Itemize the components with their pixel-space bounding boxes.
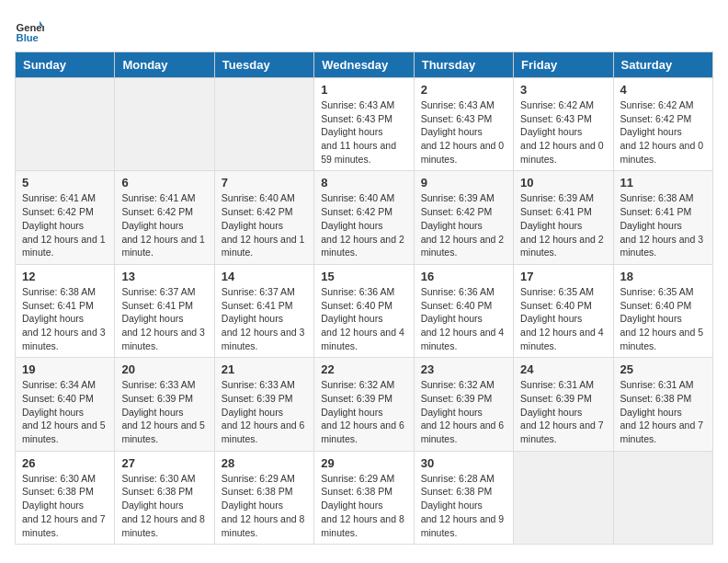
day-number: 9: [421, 176, 506, 190]
day-detail: Sunrise: 6:36 AMSunset: 6:40 PMDaylight …: [421, 285, 506, 352]
calendar-body: 1Sunrise: 6:43 AMSunset: 6:43 PMDaylight…: [16, 78, 713, 545]
calendar-day-cell: 19Sunrise: 6:34 AMSunset: 6:40 PMDayligh…: [16, 358, 115, 451]
day-number: 26: [22, 456, 108, 470]
day-detail: Sunrise: 6:28 AMSunset: 6:38 PMDaylight …: [421, 472, 506, 539]
day-detail: Sunrise: 6:43 AMSunset: 6:43 PMDaylight …: [321, 98, 406, 166]
calendar-header-cell: Thursday: [414, 52, 513, 78]
day-detail: Sunrise: 6:30 AMSunset: 6:38 PMDaylight …: [22, 472, 108, 539]
calendar-empty-cell: [115, 78, 214, 171]
day-detail: Sunrise: 6:41 AMSunset: 6:42 PMDaylight …: [22, 191, 108, 259]
day-detail: Sunrise: 6:32 AMSunset: 6:39 PMDaylight …: [421, 378, 506, 445]
day-number: 11: [620, 176, 706, 190]
calendar-day-cell: 9Sunrise: 6:39 AMSunset: 6:42 PMDaylight…: [414, 171, 513, 264]
day-detail: Sunrise: 6:39 AMSunset: 6:42 PMDaylight …: [421, 191, 506, 259]
calendar-day-cell: 16Sunrise: 6:36 AMSunset: 6:40 PMDayligh…: [414, 264, 513, 357]
calendar-day-cell: 10Sunrise: 6:39 AMSunset: 6:41 PMDayligh…: [514, 171, 613, 264]
calendar-day-cell: 25Sunrise: 6:31 AMSunset: 6:38 PMDayligh…: [613, 358, 712, 451]
calendar-table: SundayMondayTuesdayWednesdayThursdayFrid…: [15, 52, 713, 545]
day-number: 13: [121, 270, 207, 283]
day-number: 15: [321, 270, 406, 283]
calendar-day-cell: 15Sunrise: 6:36 AMSunset: 6:40 PMDayligh…: [314, 264, 414, 357]
day-detail: Sunrise: 6:37 AMSunset: 6:41 PMDaylight …: [121, 285, 207, 352]
calendar-header-cell: Sunday: [16, 52, 115, 78]
day-number: 6: [121, 176, 207, 190]
day-number: 4: [620, 83, 706, 97]
day-detail: Sunrise: 6:33 AMSunset: 6:39 PMDaylight …: [222, 378, 307, 445]
day-detail: Sunrise: 6:37 AMSunset: 6:41 PMDaylight …: [222, 285, 307, 352]
day-detail: Sunrise: 6:30 AMSunset: 6:38 PMDaylight …: [121, 472, 207, 539]
day-detail: Sunrise: 6:29 AMSunset: 6:38 PMDaylight …: [321, 472, 406, 539]
day-detail: Sunrise: 6:31 AMSunset: 6:39 PMDaylight …: [520, 378, 606, 445]
day-number: 19: [22, 362, 108, 376]
day-number: 10: [520, 176, 606, 190]
day-number: 14: [222, 270, 307, 283]
calendar-day-cell: 11Sunrise: 6:38 AMSunset: 6:41 PMDayligh…: [613, 171, 712, 264]
day-detail: Sunrise: 6:39 AMSunset: 6:41 PMDaylight …: [520, 191, 606, 259]
day-detail: Sunrise: 6:31 AMSunset: 6:38 PMDaylight …: [620, 378, 706, 445]
day-number: 16: [421, 270, 506, 283]
calendar-day-cell: 3Sunrise: 6:42 AMSunset: 6:43 PMDaylight…: [514, 78, 613, 171]
day-number: 25: [620, 362, 706, 376]
day-detail: Sunrise: 6:34 AMSunset: 6:40 PMDaylight …: [22, 378, 108, 445]
calendar-header-cell: Friday: [514, 52, 613, 78]
calendar-day-cell: 23Sunrise: 6:32 AMSunset: 6:39 PMDayligh…: [414, 358, 513, 451]
calendar-empty-cell: [16, 78, 115, 171]
day-detail: Sunrise: 6:40 AMSunset: 6:42 PMDaylight …: [321, 191, 406, 259]
calendar-day-cell: 12Sunrise: 6:38 AMSunset: 6:41 PMDayligh…: [16, 264, 115, 357]
calendar-empty-cell: [613, 451, 712, 544]
calendar-day-cell: 2Sunrise: 6:43 AMSunset: 6:43 PMDaylight…: [414, 78, 513, 171]
day-number: 30: [421, 456, 506, 470]
day-detail: Sunrise: 6:32 AMSunset: 6:39 PMDaylight …: [321, 378, 406, 445]
calendar-day-cell: 7Sunrise: 6:40 AMSunset: 6:42 PMDaylight…: [214, 171, 313, 264]
calendar-day-cell: 1Sunrise: 6:43 AMSunset: 6:43 PMDaylight…: [314, 78, 414, 171]
day-number: 29: [321, 456, 406, 470]
day-number: 20: [121, 362, 207, 376]
calendar-week-row: 19Sunrise: 6:34 AMSunset: 6:40 PMDayligh…: [16, 358, 713, 451]
calendar-day-cell: 4Sunrise: 6:42 AMSunset: 6:42 PMDaylight…: [613, 78, 712, 171]
calendar-week-row: 1Sunrise: 6:43 AMSunset: 6:43 PMDaylight…: [16, 78, 713, 171]
calendar-day-cell: 17Sunrise: 6:35 AMSunset: 6:40 PMDayligh…: [514, 264, 613, 357]
day-number: 5: [22, 176, 108, 190]
day-detail: Sunrise: 6:38 AMSunset: 6:41 PMDaylight …: [22, 285, 108, 352]
logo: General Blue: [15, 15, 44, 44]
day-detail: Sunrise: 6:35 AMSunset: 6:40 PMDaylight …: [620, 285, 706, 352]
calendar-header-cell: Monday: [115, 52, 214, 78]
calendar-day-cell: 26Sunrise: 6:30 AMSunset: 6:38 PMDayligh…: [16, 451, 115, 544]
svg-text:Blue: Blue: [17, 32, 39, 43]
calendar-day-cell: 13Sunrise: 6:37 AMSunset: 6:41 PMDayligh…: [115, 264, 214, 357]
calendar-day-cell: 5Sunrise: 6:41 AMSunset: 6:42 PMDaylight…: [16, 171, 115, 264]
day-number: 18: [620, 270, 706, 283]
calendar-day-cell: 28Sunrise: 6:29 AMSunset: 6:38 PMDayligh…: [214, 451, 313, 544]
day-detail: Sunrise: 6:35 AMSunset: 6:40 PMDaylight …: [520, 285, 606, 352]
calendar-day-cell: 21Sunrise: 6:33 AMSunset: 6:39 PMDayligh…: [214, 358, 313, 451]
day-number: 27: [121, 456, 207, 470]
day-number: 17: [520, 270, 606, 283]
calendar-header-cell: Tuesday: [214, 52, 313, 78]
day-number: 23: [421, 362, 506, 376]
calendar-week-row: 26Sunrise: 6:30 AMSunset: 6:38 PMDayligh…: [16, 451, 713, 544]
calendar-header-cell: Wednesday: [314, 52, 414, 78]
day-detail: Sunrise: 6:29 AMSunset: 6:38 PMDaylight …: [222, 472, 307, 539]
calendar-day-cell: 14Sunrise: 6:37 AMSunset: 6:41 PMDayligh…: [214, 264, 313, 357]
header: General Blue: [15, 15, 713, 44]
calendar-day-cell: 6Sunrise: 6:41 AMSunset: 6:42 PMDaylight…: [115, 171, 214, 264]
day-detail: Sunrise: 6:36 AMSunset: 6:40 PMDaylight …: [321, 285, 406, 352]
calendar-day-cell: 24Sunrise: 6:31 AMSunset: 6:39 PMDayligh…: [514, 358, 613, 451]
day-number: 12: [22, 270, 108, 283]
day-number: 24: [520, 362, 606, 376]
calendar-day-cell: 27Sunrise: 6:30 AMSunset: 6:38 PMDayligh…: [115, 451, 214, 544]
logo-icon: General Blue: [15, 15, 44, 44]
calendar-empty-cell: [514, 451, 613, 544]
day-detail: Sunrise: 6:33 AMSunset: 6:39 PMDaylight …: [121, 378, 207, 445]
day-detail: Sunrise: 6:42 AMSunset: 6:42 PMDaylight …: [620, 98, 706, 166]
day-detail: Sunrise: 6:42 AMSunset: 6:43 PMDaylight …: [520, 98, 606, 166]
calendar-day-cell: 8Sunrise: 6:40 AMSunset: 6:42 PMDaylight…: [314, 171, 414, 264]
calendar-day-cell: 18Sunrise: 6:35 AMSunset: 6:40 PMDayligh…: [613, 264, 712, 357]
calendar-header-cell: Saturday: [613, 52, 712, 78]
calendar-week-row: 12Sunrise: 6:38 AMSunset: 6:41 PMDayligh…: [16, 264, 713, 357]
day-detail: Sunrise: 6:43 AMSunset: 6:43 PMDaylight …: [421, 98, 506, 166]
calendar-empty-cell: [214, 78, 313, 171]
calendar-day-cell: 29Sunrise: 6:29 AMSunset: 6:38 PMDayligh…: [314, 451, 414, 544]
calendar-day-cell: 30Sunrise: 6:28 AMSunset: 6:38 PMDayligh…: [414, 451, 513, 544]
day-number: 22: [321, 362, 406, 376]
